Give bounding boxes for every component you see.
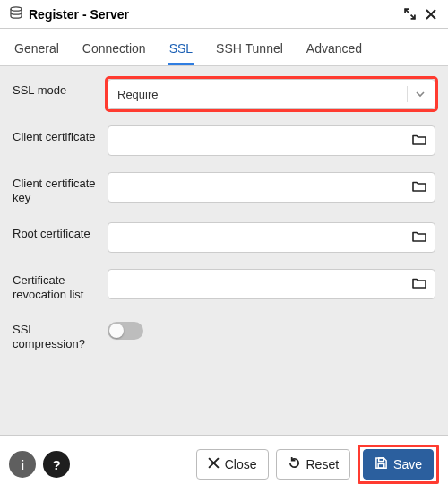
ssl-mode-field-highlight: Require	[108, 79, 435, 109]
register-server-dialog: Register - Server General Connection SSL…	[0, 0, 448, 493]
ssl-panel: SSL mode Require Client certificate	[0, 66, 448, 435]
folder-icon[interactable]	[411, 132, 427, 151]
row-ssl-compression: SSL compression?	[13, 318, 435, 352]
folder-icon[interactable]	[411, 178, 427, 197]
ssl-compression-toggle[interactable]	[108, 322, 143, 340]
save-button[interactable]: Save	[363, 449, 434, 480]
chevron-down-icon	[407, 86, 426, 102]
crl-label: Certificate revocation list	[13, 269, 99, 303]
tab-connection[interactable]: Connection	[81, 36, 148, 65]
dialog-footer: i ? Close Reset Save	[0, 435, 448, 493]
ssl-mode-label: SSL mode	[13, 79, 99, 98]
save-icon	[375, 456, 388, 472]
ssl-compression-label: SSL compression?	[13, 318, 99, 352]
window-title: Register - Server	[29, 7, 396, 22]
reset-icon	[288, 456, 301, 472]
expand-icon[interactable]	[401, 6, 418, 22]
client-cert-key-label: Client certificate key	[13, 172, 99, 206]
reset-button[interactable]: Reset	[276, 449, 351, 480]
tab-ssh-tunnel[interactable]: SSH Tunnel	[214, 36, 285, 65]
row-crl: Certificate revocation list	[13, 269, 435, 303]
titlebar: Register - Server	[0, 0, 448, 29]
tab-advanced[interactable]: Advanced	[305, 36, 364, 65]
tabs: General Connection SSL SSH Tunnel Advanc…	[0, 29, 448, 66]
info-icon: i	[21, 457, 24, 472]
close-label: Close	[225, 457, 257, 471]
ssl-mode-select[interactable]: Require	[108, 79, 435, 109]
svg-rect-2	[378, 463, 384, 468]
ssl-mode-value: Require	[117, 88, 159, 101]
root-cert-label: Root certificate	[13, 222, 99, 241]
close-icon[interactable]	[423, 6, 439, 22]
svg-point-0	[11, 7, 22, 11]
row-client-cert-key: Client certificate key	[13, 172, 435, 206]
close-button[interactable]: Close	[196, 449, 269, 480]
tab-general[interactable]: General	[13, 36, 61, 65]
row-ssl-mode: SSL mode Require	[13, 79, 435, 109]
save-button-highlight: Save	[358, 445, 439, 484]
root-cert-input[interactable]	[108, 222, 435, 253]
client-cert-label: Client certificate	[13, 125, 99, 144]
tab-ssl[interactable]: SSL	[168, 36, 194, 65]
crl-input[interactable]	[108, 269, 435, 299]
toggle-knob	[109, 324, 124, 338]
info-button[interactable]: i	[9, 451, 36, 478]
reset-label: Reset	[306, 457, 340, 471]
folder-icon[interactable]	[411, 228, 427, 246]
folder-icon[interactable]	[411, 274, 427, 293]
client-cert-input[interactable]	[108, 125, 435, 156]
help-button[interactable]: ?	[43, 451, 70, 478]
svg-rect-1	[379, 458, 384, 462]
client-cert-key-input[interactable]	[108, 172, 435, 203]
server-icon	[9, 5, 23, 22]
x-icon	[208, 457, 220, 471]
row-root-cert: Root certificate	[13, 222, 435, 253]
save-label: Save	[393, 457, 422, 471]
row-client-cert: Client certificate	[13, 125, 435, 156]
help-icon: ?	[52, 457, 60, 472]
